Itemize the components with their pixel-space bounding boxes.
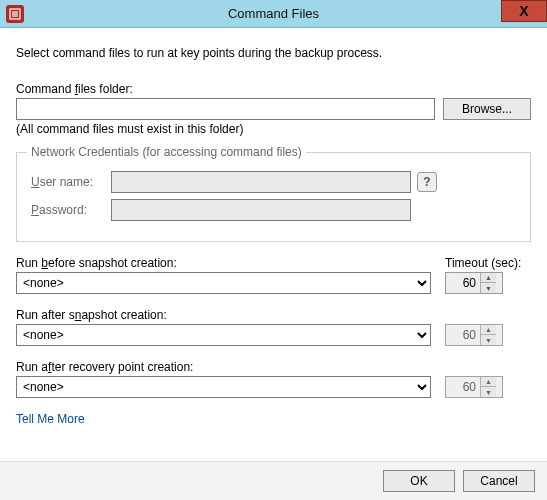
run-after-snapshot-label: Run after snapshot creation: <box>16 308 431 322</box>
password-label: Password: <box>31 203 111 217</box>
run-after-snapshot-select[interactable]: <none> <box>16 324 431 346</box>
titlebar: Command Files X <box>0 0 547 28</box>
timeout-after-recovery-spinner[interactable]: ▲▼ <box>445 376 503 398</box>
ok-button[interactable]: OK <box>383 470 455 492</box>
close-button[interactable]: X <box>501 0 547 22</box>
folder-label: Command files folder: <box>16 82 531 96</box>
spin-up-icon[interactable]: ▲ <box>480 325 496 335</box>
spin-up-icon[interactable]: ▲ <box>480 273 496 283</box>
timeout-after-snapshot-value <box>446 327 480 343</box>
tell-me-more-link[interactable]: Tell Me More <box>16 412 85 426</box>
run-before-label: Run before snapshot creation: <box>16 256 431 270</box>
username-label: User name: <box>31 175 111 189</box>
timeout-before-value[interactable] <box>446 275 480 291</box>
timeout-after-recovery-value <box>446 379 480 395</box>
run-after-recovery-label: Run after recovery point creation: <box>16 360 431 374</box>
svg-rect-1 <box>12 11 18 17</box>
close-icon: X <box>519 3 528 19</box>
username-input[interactable] <box>111 171 411 193</box>
help-icon[interactable]: ? <box>417 172 437 192</box>
spin-up-icon[interactable]: ▲ <box>480 377 496 387</box>
credentials-group: Network Credentials (for accessing comma… <box>16 152 531 242</box>
spin-down-icon[interactable]: ▼ <box>480 387 496 397</box>
dialog-body: Select command files to run at key point… <box>0 28 547 432</box>
password-input[interactable] <box>111 199 411 221</box>
timeout-before-spinner[interactable]: ▲▼ <box>445 272 503 294</box>
window-title: Command Files <box>0 6 547 21</box>
intro-text: Select command files to run at key point… <box>16 46 531 60</box>
app-icon <box>6 5 24 23</box>
timeout-label: Timeout (sec): <box>445 256 531 270</box>
credentials-legend: Network Credentials (for accessing comma… <box>27 145 306 159</box>
folder-hint: (All command files must exist in this fo… <box>16 122 531 136</box>
spin-down-icon[interactable]: ▼ <box>480 335 496 345</box>
run-after-recovery-select[interactable]: <none> <box>16 376 431 398</box>
timeout-after-snapshot-spinner[interactable]: ▲▼ <box>445 324 503 346</box>
cancel-button[interactable]: Cancel <box>463 470 535 492</box>
run-before-select[interactable]: <none> <box>16 272 431 294</box>
folder-input[interactable] <box>16 98 435 120</box>
footer: OK Cancel <box>0 461 547 500</box>
browse-button[interactable]: Browse... <box>443 98 531 120</box>
spin-down-icon[interactable]: ▼ <box>480 283 496 293</box>
